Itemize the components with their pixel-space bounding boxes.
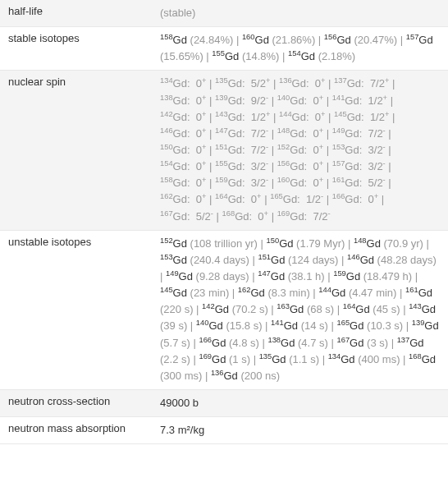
row-nuclear-spin: nuclear spin 134Gd: 0+ | 135Gd: 5/2+ | 1…: [0, 71, 448, 230]
label-unstable-isotopes: unstable isotopes: [0, 230, 152, 389]
value-half-life: (stable): [152, 0, 448, 27]
value-neutron-mass-absorption: 7.3 m²/kg: [152, 417, 448, 444]
label-nuclear-spin: nuclear spin: [0, 71, 152, 230]
label-half-life: half-life: [0, 0, 152, 27]
label-stable-isotopes: stable isotopes: [0, 27, 152, 71]
value-unstable-isotopes: 152Gd (108 trillion yr) | 150Gd (1.79 My…: [152, 230, 448, 389]
value-stable-isotopes: 158Gd (24.84%) | 160Gd (21.86%) | 156Gd …: [152, 27, 448, 71]
row-unstable-isotopes: unstable isotopes 152Gd (108 trillion yr…: [0, 230, 448, 389]
value-neutron-cross-section: 49000 b: [152, 389, 448, 416]
row-stable-isotopes: stable isotopes 158Gd (24.84%) | 160Gd (…: [0, 27, 448, 71]
properties-table: half-life (stable) stable isotopes 158Gd…: [0, 0, 448, 444]
value-nuclear-spin: 134Gd: 0+ | 135Gd: 5/2+ | 136Gd: 0+ | 13…: [152, 71, 448, 230]
row-neutron-cross-section: neutron cross-section 49000 b: [0, 389, 448, 416]
row-half-life: half-life (stable): [0, 0, 448, 27]
label-neutron-mass-absorption: neutron mass absorption: [0, 417, 152, 444]
label-neutron-cross-section: neutron cross-section: [0, 389, 152, 416]
row-neutron-mass-absorption: neutron mass absorption 7.3 m²/kg: [0, 417, 448, 444]
